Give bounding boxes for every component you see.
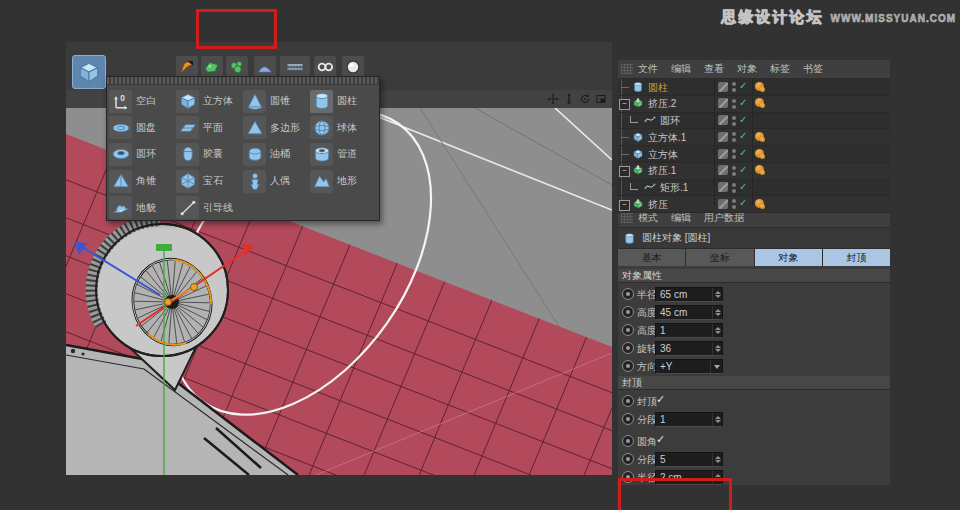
key-radio-icon[interactable] bbox=[622, 453, 634, 465]
object-row-圆柱[interactable]: 圆柱✓ bbox=[618, 79, 890, 96]
expander-minus-icon[interactable]: − bbox=[619, 99, 630, 110]
key-radio-icon[interactable] bbox=[622, 413, 634, 425]
stepper-arrows[interactable] bbox=[712, 453, 722, 466]
object-row-圆环[interactable]: 圆环✓ bbox=[618, 113, 890, 130]
tab-对象[interactable]: 对象 bbox=[755, 249, 822, 266]
attr-menu-1[interactable]: 编辑 bbox=[671, 211, 691, 225]
stepper-arrows[interactable] bbox=[712, 324, 722, 337]
value-input[interactable]: 36 bbox=[655, 341, 723, 356]
deformers-button[interactable] bbox=[254, 56, 276, 78]
visibility-dot-editor[interactable] bbox=[732, 116, 736, 120]
layer-toggle-icon[interactable] bbox=[718, 182, 728, 192]
visibility-dot-editor[interactable] bbox=[732, 166, 736, 170]
toggle-view-icon[interactable] bbox=[594, 92, 608, 106]
palette-item-圆盘[interactable]: 圆盘 bbox=[109, 115, 176, 142]
visibility-dot-render[interactable] bbox=[732, 122, 736, 126]
visibility-dot-editor[interactable] bbox=[732, 149, 736, 153]
enabled-check-icon[interactable]: ✓ bbox=[739, 181, 747, 192]
palette-item-宝石[interactable]: 宝石 bbox=[176, 168, 243, 195]
stepper-arrows[interactable] bbox=[712, 288, 722, 301]
rotate-icon[interactable] bbox=[578, 92, 592, 106]
object-row-挤压.1[interactable]: −挤压.1✓ bbox=[618, 163, 890, 180]
object-name[interactable]: 挤压 bbox=[648, 198, 668, 212]
object-row-挤压.2[interactable]: −挤压.2✓ bbox=[618, 96, 890, 113]
generators-button[interactable] bbox=[226, 56, 248, 78]
layer-toggle-icon[interactable] bbox=[718, 199, 728, 209]
palette-item-地形[interactable]: 地形 bbox=[310, 168, 377, 195]
tab-坐标[interactable]: 坐标 bbox=[686, 249, 753, 266]
object-name[interactable]: 挤压.2 bbox=[648, 97, 676, 111]
stepper-arrows[interactable] bbox=[712, 306, 722, 319]
palette-grip-handle[interactable] bbox=[107, 77, 379, 85]
enabled-check-icon[interactable]: ✓ bbox=[739, 114, 747, 125]
object-name[interactable]: 立方体.1 bbox=[648, 131, 686, 145]
object-row-立方体[interactable]: 立方体✓ bbox=[618, 146, 890, 163]
object-name[interactable]: 挤压.1 bbox=[648, 164, 676, 178]
expander-minus-icon[interactable]: − bbox=[619, 166, 630, 177]
attr-menu-2[interactable]: 用户数据 bbox=[704, 211, 744, 225]
camera-light-button[interactable] bbox=[314, 56, 336, 78]
layer-toggle-icon[interactable] bbox=[718, 165, 728, 175]
visibility-dot-render[interactable] bbox=[732, 172, 736, 176]
checkbox-checked-icon[interactable]: ✓ bbox=[656, 433, 665, 446]
key-radio-icon[interactable] bbox=[622, 435, 634, 447]
phong-tag-icon[interactable] bbox=[755, 165, 764, 174]
enabled-check-icon[interactable]: ✓ bbox=[739, 97, 747, 108]
palette-item-圆柱[interactable]: 圆柱 bbox=[310, 88, 377, 115]
visibility-dot-editor[interactable] bbox=[732, 183, 736, 187]
om-menu-5[interactable]: 书签 bbox=[803, 62, 823, 76]
key-radio-icon[interactable] bbox=[622, 288, 634, 300]
layer-toggle-icon[interactable] bbox=[718, 132, 728, 142]
value-input[interactable]: 65 cm bbox=[655, 287, 723, 302]
tab-基本[interactable]: 基本 bbox=[618, 249, 685, 266]
layer-toggle-icon[interactable] bbox=[718, 115, 728, 125]
environment-button[interactable] bbox=[280, 56, 310, 78]
enabled-check-icon[interactable]: ✓ bbox=[739, 197, 747, 208]
object-name[interactable]: 立方体 bbox=[648, 148, 678, 162]
value-input[interactable]: 45 cm bbox=[655, 305, 723, 320]
object-row-立方体.1[interactable]: 立方体.1✓ bbox=[618, 129, 890, 146]
palette-item-平面[interactable]: 平面 bbox=[176, 115, 243, 142]
direction-dropdown[interactable]: +Y bbox=[655, 359, 723, 374]
spline-pen-button[interactable] bbox=[176, 56, 198, 78]
om-menu-3[interactable]: 对象 bbox=[737, 62, 757, 76]
enabled-check-icon[interactable]: ✓ bbox=[739, 130, 747, 141]
key-radio-icon[interactable] bbox=[622, 360, 634, 372]
key-radio-icon[interactable] bbox=[622, 306, 634, 318]
palette-item-空白[interactable]: 0空白 bbox=[109, 88, 176, 115]
visibility-dot-editor[interactable] bbox=[732, 199, 736, 203]
object-row-矩形.1[interactable]: 矩形.1✓ bbox=[618, 180, 890, 197]
attr-menu-0[interactable]: 模式 bbox=[638, 211, 658, 225]
palette-item-人偶[interactable]: 人偶 bbox=[243, 168, 310, 195]
phong-tag-icon[interactable] bbox=[755, 132, 764, 141]
key-radio-icon[interactable] bbox=[622, 342, 634, 354]
palette-item-多边形[interactable]: 多边形 bbox=[243, 115, 310, 142]
visibility-dot-render[interactable] bbox=[732, 155, 736, 159]
checkbox-checked-icon[interactable]: ✓ bbox=[656, 393, 665, 406]
om-menu-2[interactable]: 查看 bbox=[704, 62, 724, 76]
subdivision-surface-button[interactable] bbox=[201, 56, 223, 78]
zoom-icon[interactable] bbox=[562, 92, 576, 106]
object-row-挤压[interactable]: −挤压✓ bbox=[618, 196, 890, 213]
chevron-down-icon[interactable] bbox=[710, 360, 722, 373]
palette-item-立方体[interactable]: 立方体 bbox=[176, 88, 243, 115]
enabled-check-icon[interactable]: ✓ bbox=[739, 80, 747, 91]
layer-toggle-icon[interactable] bbox=[718, 149, 728, 159]
enabled-check-icon[interactable]: ✓ bbox=[739, 164, 747, 175]
material-sphere-button[interactable] bbox=[342, 56, 364, 78]
visibility-dot-render[interactable] bbox=[732, 189, 736, 193]
value-input[interactable]: 1 bbox=[655, 412, 723, 427]
palette-item-油桶[interactable]: 油桶 bbox=[243, 141, 310, 168]
visibility-dot-render[interactable] bbox=[732, 88, 736, 92]
palette-item-管道[interactable]: 管道 bbox=[310, 141, 377, 168]
visibility-dot-editor[interactable] bbox=[732, 132, 736, 136]
om-menu-0[interactable]: 文件 bbox=[638, 62, 658, 76]
palette-item-引导线[interactable]: 引导线 bbox=[176, 194, 243, 221]
visibility-dot-render[interactable] bbox=[732, 205, 736, 209]
object-name[interactable]: 圆环 bbox=[660, 114, 680, 128]
panel-grip-icon[interactable] bbox=[621, 64, 633, 74]
visibility-dot-render[interactable] bbox=[732, 105, 736, 109]
om-menu-1[interactable]: 编辑 bbox=[671, 62, 691, 76]
palette-item-地貌[interactable]: 地貌 bbox=[109, 194, 176, 221]
palette-item-胶囊[interactable]: 胶囊 bbox=[176, 141, 243, 168]
